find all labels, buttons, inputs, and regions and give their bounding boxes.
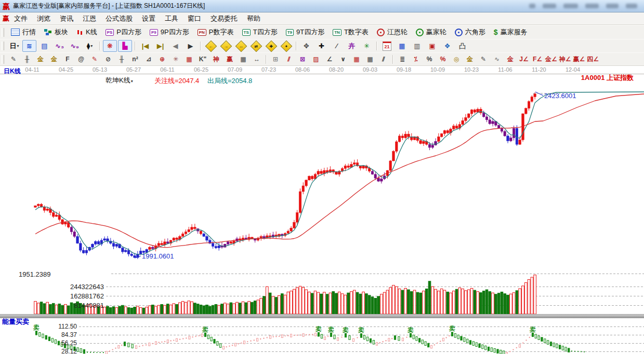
titlebar-blurred-control[interactable]: [585, 4, 599, 8]
toolbar-t-table[interactable]: TNT数字表: [328, 26, 373, 38]
menu-窗口[interactable]: 窗口: [183, 12, 206, 25]
gann-angle-tool[interactable]: ∠: [323, 53, 336, 65]
titlebar-blurred-control[interactable]: [606, 4, 619, 8]
gann-parallel-tool[interactable]: ⫽: [377, 53, 390, 65]
last-page-button[interactable]: ▶|: [153, 40, 167, 52]
swap-button[interactable]: ⇄: [249, 40, 263, 52]
next-button[interactable]: ▶: [183, 40, 198, 52]
gann-pct-tool[interactable]: %: [423, 53, 436, 65]
toolbar-sectors[interactable]: 板块: [40, 26, 72, 38]
gann-gold-circle-tool[interactable]: ◎: [450, 53, 463, 65]
gann-angle-ruler-tool[interactable]: ⊿: [142, 53, 155, 65]
segment-button[interactable]: ∕: [330, 40, 344, 52]
network-button[interactable]: ❖: [440, 40, 454, 52]
save-button[interactable]: ▣: [425, 40, 439, 52]
gann-harrow-tool[interactable]: ↔: [250, 53, 264, 65]
panel-splitter[interactable]: [0, 314, 644, 318]
toolbar-p-square[interactable]: PSP四方形: [101, 26, 146, 38]
calculator-button[interactable]: ▦: [395, 40, 409, 52]
gann-ruler-grid-tool[interactable]: ▦: [236, 53, 250, 65]
zoom-in-button[interactable]: ✚: [264, 40, 278, 52]
toolbar-quotes[interactable]: 行情: [7, 26, 40, 38]
wave9-button[interactable]: ∿₉: [68, 40, 82, 52]
menu-设置[interactable]: 设置: [137, 12, 160, 25]
flower-tool-button[interactable]: 卉: [345, 40, 359, 52]
gann-pen2-tool[interactable]: ✎: [477, 53, 490, 65]
gann-red-pen-tool[interactable]: ✎: [88, 53, 101, 65]
qiankun-pattern-button[interactable]: ❋: [103, 40, 117, 52]
gann-f-grid-tool[interactable]: F: [61, 53, 74, 65]
wave3-button[interactable]: ∿₃: [52, 40, 67, 52]
toolbar-winner-wheel[interactable]: 赢家轮: [412, 26, 451, 38]
knot-tool-button[interactable]: ✳: [360, 40, 374, 52]
crosshair-button[interactable]: ✚: [314, 40, 328, 52]
toolbar-winner-service[interactable]: $赢家服务: [490, 26, 532, 38]
gann-spiral-tool[interactable]: @: [74, 53, 88, 65]
gann-shen-angle-tool[interactable]: 神∠: [558, 53, 572, 65]
notes-button[interactable]: ▥: [410, 40, 424, 52]
gann-ying-angle-tool[interactable]: 赢∠: [572, 53, 586, 65]
gann-rays-tool[interactable]: ⫽: [282, 53, 296, 65]
gann-shen-tool[interactable]: 神: [209, 53, 223, 65]
candle-style-button[interactable]: ⧫▾: [83, 40, 97, 52]
gann-dense-grid2-tool[interactable]: ▦: [363, 53, 377, 65]
zoom-right-button[interactable]: →: [219, 40, 233, 52]
zoom-left-button[interactable]: ←: [204, 40, 218, 52]
gann-j-angle-tool[interactable]: J∠: [517, 53, 531, 65]
toolbar-p-table[interactable]: PNP数字表: [193, 26, 238, 38]
titlebar-blurred-control[interactable]: [563, 4, 578, 8]
gann-dense-grid-tool[interactable]: ▦: [350, 53, 363, 65]
gann-gold-red-tool[interactable]: 金: [504, 53, 517, 65]
gann-grid-tool[interactable]: ╫: [20, 53, 34, 65]
gann-kline-quote-tool[interactable]: K": [196, 53, 209, 65]
gann-gold-angle-tool[interactable]: 金∠: [544, 53, 558, 65]
curve-mode-button[interactable]: ≋: [22, 40, 36, 52]
gann-gold-grid-tool[interactable]: 金: [34, 53, 47, 65]
gann-box-rays2-tool[interactable]: ▨: [309, 53, 323, 65]
gann-pct-line-tool[interactable]: ⁒: [409, 53, 423, 65]
menu-帮助[interactable]: 帮助: [242, 12, 265, 25]
gann-star-tool[interactable]: ✳: [169, 53, 182, 65]
gann-red-grid-tool[interactable]: ▦: [182, 53, 196, 65]
menu-文件[interactable]: 文件: [9, 12, 32, 25]
gann-ticks-tool[interactable]: ╫: [115, 53, 128, 65]
print-button[interactable]: 凸: [455, 40, 469, 52]
toolbar-hexagon[interactable]: 六角形: [451, 26, 490, 38]
expand-h-button[interactable]: ↔: [234, 40, 248, 52]
kline-type-selector[interactable]: 乾坤K线▾: [106, 76, 133, 85]
menu-公式选股[interactable]: 公式选股: [101, 12, 137, 25]
gann-pct-red-tool[interactable]: %: [436, 53, 450, 65]
gann-ying-tool[interactable]: 赢: [223, 53, 236, 65]
menu-浏览[interactable]: 浏览: [32, 12, 55, 25]
gann-tsquare-tool[interactable]: ⊞: [269, 53, 282, 65]
toolbar-kline[interactable]: K线: [72, 26, 101, 38]
gann-pen-tool[interactable]: ✎: [7, 53, 20, 65]
gann-box-rays-tool[interactable]: ⊠: [296, 53, 309, 65]
toolbar-t-square[interactable]: TST四方形: [238, 26, 282, 38]
prev-button[interactable]: ◀: [168, 40, 182, 52]
report-button[interactable]: ▤: [37, 40, 51, 52]
menu-工具[interactable]: 工具: [160, 12, 183, 25]
first-page-button[interactable]: |◀: [138, 40, 152, 52]
gann-target-tool[interactable]: ⊕: [155, 53, 169, 65]
gann-clock-tool[interactable]: ⊘: [101, 53, 115, 65]
toolbar-gann-wheel[interactable]: 江恩轮: [373, 26, 412, 38]
toolbar-9p-square[interactable]: P99P四方形: [146, 26, 193, 38]
gann-gold-line-tool[interactable]: 金: [463, 53, 477, 65]
menu-江恩[interactable]: 江恩: [78, 12, 101, 25]
gann-vline-tool[interactable]: ∨: [336, 53, 350, 65]
titlebar-blurred-control[interactable]: [529, 4, 535, 8]
volume-pane-button[interactable]: ▙: [118, 40, 132, 52]
titlebar-blurred-control[interactable]: [543, 4, 556, 8]
gann-n2-tool[interactable]: n²: [128, 53, 142, 65]
toolbar-9t-square[interactable]: T99T四方形: [282, 26, 329, 38]
pan-hand-button[interactable]: ✥: [299, 40, 313, 52]
gann-f-angle-tool[interactable]: F∠: [531, 53, 544, 65]
period-day-button[interactable]: 日▾: [7, 40, 21, 52]
menu-资讯[interactable]: 资讯: [55, 12, 78, 25]
calendar-button[interactable]: 21: [380, 40, 394, 52]
gann-gold-grid2-tool[interactable]: 金: [47, 53, 61, 65]
gann-stats-tool[interactable]: ≣: [396, 53, 409, 65]
period-label[interactable]: 日K线: [4, 67, 21, 76]
gann-wave-tool[interactable]: ∿: [490, 53, 504, 65]
